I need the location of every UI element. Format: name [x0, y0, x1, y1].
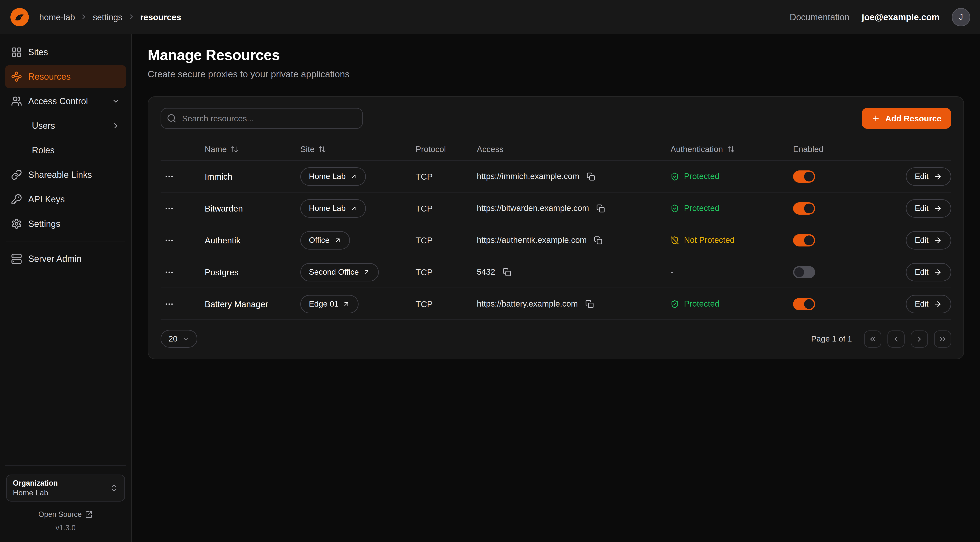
enabled-toggle[interactable]: [793, 298, 815, 310]
edit-label: Edit: [915, 172, 929, 181]
sort-by-site-button[interactable]: Site: [300, 145, 326, 154]
ellipsis-icon: [164, 299, 174, 309]
chevrons-right-icon: [938, 335, 947, 343]
sort-icon: [231, 145, 239, 153]
sidebar-item-shareable-links[interactable]: Shareable Links: [5, 163, 126, 187]
site-name: Home Lab: [309, 172, 346, 181]
arrow-right-icon: [934, 300, 942, 308]
site-link[interactable]: Second Office: [300, 263, 379, 281]
sort-by-name-button[interactable]: Name: [205, 145, 239, 154]
first-page-button[interactable]: [864, 330, 881, 348]
enabled-toggle[interactable]: [793, 202, 815, 214]
sidebar-item-settings[interactable]: Settings: [5, 212, 126, 236]
breadcrumb-current-page: resources: [140, 12, 181, 22]
org-selector-label: Organization: [13, 479, 58, 488]
shield-check-icon: [670, 204, 679, 212]
pagination: Page 1 of 1: [811, 330, 951, 348]
row-actions-button[interactable]: [161, 265, 178, 279]
sort-by-authentication-button[interactable]: Authentication: [670, 145, 735, 154]
column-header-site: Site: [300, 145, 315, 154]
open-source-label: Open Source: [38, 510, 82, 519]
breadcrumb-settings[interactable]: settings: [93, 12, 123, 22]
version-label: v1.3.0: [56, 524, 76, 532]
app-logo[interactable]: [10, 7, 29, 27]
ellipsis-icon: [164, 172, 174, 181]
arrow-up-right-icon: [343, 300, 350, 308]
edit-button[interactable]: Edit: [906, 199, 951, 217]
last-page-button[interactable]: [934, 330, 951, 348]
org-selector-value: Home Lab: [13, 489, 48, 497]
page-size-value: 20: [169, 334, 177, 343]
add-resource-button[interactable]: Add Resource: [862, 108, 951, 129]
copy-button[interactable]: [584, 298, 595, 309]
sidebar-divider: [6, 242, 125, 242]
site-name: Office: [309, 236, 329, 245]
chevron-right-icon: [915, 335, 924, 343]
sidebar-item-server-admin[interactable]: Server Admin: [5, 247, 126, 270]
sidebar-item-label: Users: [32, 121, 55, 131]
resource-name: Immich: [205, 172, 300, 181]
edit-button[interactable]: Edit: [906, 167, 951, 186]
table-header: Name Site Protocol Access Authentication: [161, 139, 951, 161]
auth-status: Protected: [684, 172, 719, 181]
open-source-link[interactable]: Open Source: [38, 510, 93, 519]
page-subtitle: Create secure proxies to your private ap…: [148, 69, 964, 79]
sidebar-item-users[interactable]: Users: [5, 114, 126, 137]
row-actions-button[interactable]: [161, 201, 178, 215]
page-size-select[interactable]: 20: [161, 330, 197, 348]
row-actions-button[interactable]: [161, 169, 178, 184]
prev-page-button[interactable]: [888, 330, 905, 348]
chevron-right-icon: [111, 121, 120, 130]
copy-button[interactable]: [595, 203, 606, 214]
enabled-toggle[interactable]: [793, 170, 815, 182]
resource-protocol: TCP: [415, 172, 477, 181]
plus-icon: [872, 114, 880, 123]
edit-button[interactable]: Edit: [906, 295, 951, 313]
arrow-right-icon: [934, 268, 942, 276]
page-title: Manage Resources: [148, 46, 964, 64]
search-input[interactable]: [161, 108, 363, 129]
breadcrumb-org[interactable]: home-lab: [39, 12, 75, 22]
site-link[interactable]: Home Lab: [300, 167, 366, 186]
org-selector[interactable]: Organization Home Lab: [6, 475, 125, 502]
resource-name: Authentik: [205, 235, 300, 245]
table-row: Authentik Office TCP https://authentik.e…: [161, 225, 951, 256]
enabled-toggle[interactable]: [793, 234, 815, 246]
copy-button[interactable]: [501, 266, 512, 277]
sidebar-item-roles[interactable]: Roles: [5, 139, 126, 162]
row-actions-button[interactable]: [161, 233, 178, 247]
site-link[interactable]: Office: [300, 231, 350, 249]
sidebar-item-label: Shareable Links: [28, 170, 92, 180]
edit-button[interactable]: Edit: [906, 263, 951, 281]
sidebar-item-label: API Keys: [28, 194, 65, 204]
sidebar-item-api-keys[interactable]: API Keys: [5, 188, 126, 211]
sidebar-item-label: Settings: [28, 219, 60, 229]
toggle-knob: [804, 172, 814, 181]
row-actions-button[interactable]: [161, 297, 178, 311]
sidebar-item-sites[interactable]: Sites: [5, 40, 126, 64]
sidebar-item-access-control[interactable]: Access Control: [5, 89, 126, 113]
enabled-toggle[interactable]: [793, 266, 815, 278]
edit-button[interactable]: Edit: [906, 231, 951, 249]
sidebar-item-resources[interactable]: Resources: [5, 65, 126, 88]
column-header-authentication: Authentication: [670, 145, 723, 154]
copy-button[interactable]: [585, 171, 597, 182]
copy-button[interactable]: [593, 234, 604, 245]
resource-name: Battery Manager: [205, 299, 300, 309]
documentation-link[interactable]: Documentation: [790, 12, 850, 22]
chevron-down-icon: [182, 335, 189, 343]
access-url: https://authentik.example.com: [477, 236, 587, 245]
arrow-right-icon: [934, 236, 942, 244]
site-link[interactable]: Home Lab: [300, 199, 366, 217]
site-link[interactable]: Edge 01: [300, 295, 359, 313]
edit-label: Edit: [915, 204, 929, 213]
ellipsis-icon: [164, 203, 174, 213]
avatar[interactable]: J: [952, 8, 970, 26]
access-url: https://battery.example.com: [477, 299, 578, 308]
table-footer: 20 Page 1 of 1: [161, 330, 951, 348]
auth-status: Protected: [684, 299, 719, 308]
ellipsis-icon: [164, 267, 174, 277]
access-url: https://immich.example.com: [477, 172, 579, 181]
resource-name: Bitwarden: [205, 203, 300, 213]
next-page-button[interactable]: [911, 330, 928, 348]
